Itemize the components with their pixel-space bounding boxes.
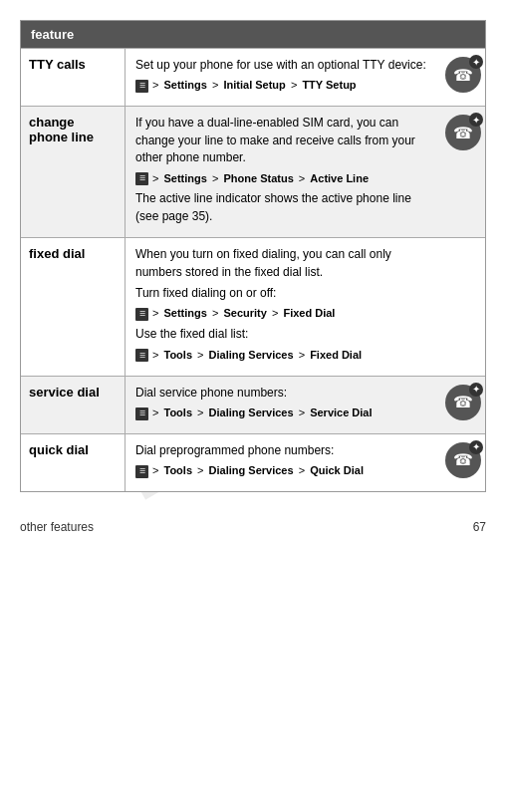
icon-cell-fixed-dial xyxy=(441,238,485,375)
fixed-dial-use: Use the fixed dial list: xyxy=(135,326,431,343)
fixed-dial-menu-path-2: ☰ > Tools > Dialing Services > Fixed Dia… xyxy=(135,348,431,364)
feature-cell-change-line: change phone line xyxy=(21,107,126,237)
description-cell-change-line: If you have a dual-line-enabled SIM card… xyxy=(126,107,441,237)
fixed-dial-turn-on: Turn fixed dialing on or off: xyxy=(135,285,431,302)
feature-label-fixed-dial: fixed dial xyxy=(29,246,85,261)
star-badge-service-dial: ✦ xyxy=(469,383,483,397)
menu-icon-change-line: ☰ xyxy=(135,172,148,185)
tty-path-text: > Settings > Initial Setup > TTY Setup xyxy=(150,78,357,94)
phone-icon-tty: ☎ ✦ xyxy=(445,57,481,93)
star-badge-tty: ✦ xyxy=(469,55,483,69)
feature-label-change-line: change phone line xyxy=(29,115,94,144)
fixed-dial-menu-path-1: ☰ > Settings > Security > Fixed Dial xyxy=(135,306,431,322)
fixed-dial-path-1-text: > Settings > Security > Fixed Dial xyxy=(150,306,335,322)
feature-label-quick-dial: quick dial xyxy=(29,442,89,457)
feature-table: feature TTY calls Set up your phone for … xyxy=(20,20,486,492)
header-label: feature xyxy=(31,27,74,42)
change-line-path-text: > Settings > Phone Status > Active Line xyxy=(150,171,369,187)
footer-page-number: 67 xyxy=(473,520,486,534)
fixed-dial-path-2-text: > Tools > Dialing Services > Fixed Dial xyxy=(150,348,362,364)
change-line-menu-path: ☰ > Settings > Phone Status > Active Lin… xyxy=(135,171,431,187)
feature-cell-quick-dial: quick dial xyxy=(21,434,126,491)
menu-icon-fixed-1: ☰ xyxy=(135,308,148,321)
feature-cell-service-dial: service dial xyxy=(21,377,126,433)
description-cell-fixed-dial: When you turn on fixed dialing, you can … xyxy=(126,238,441,375)
icon-cell-change-line: ☎ ✦ xyxy=(441,107,485,237)
table-row: quick dial Dial preprogrammed phone numb… xyxy=(21,433,485,491)
table-row: change phone line If you have a dual-lin… xyxy=(21,106,485,237)
icon-cell-service-dial: ☎ ✦ xyxy=(441,377,485,433)
phone-icon-change-line: ☎ ✦ xyxy=(445,115,481,150)
service-dial-desc: Dial service phone numbers: xyxy=(135,385,431,402)
service-dial-menu-path: ☰ > Tools > Dialing Services > Service D… xyxy=(135,406,431,421)
table-row: TTY calls Set up your phone for use with… xyxy=(21,48,485,106)
table-row: fixed dial When you turn on fixed dialin… xyxy=(21,237,485,375)
quick-dial-menu-path: ☰ > Tools > Dialing Services > Quick Dia… xyxy=(135,463,431,479)
fixed-dial-desc: When you turn on fixed dialing, you can … xyxy=(135,246,431,281)
menu-icon-quick: ☰ xyxy=(135,465,148,478)
tty-desc: Set up your phone for use with an option… xyxy=(135,57,431,74)
star-badge-change-line: ✦ xyxy=(469,113,483,127)
page-footer: other features 67 xyxy=(0,508,506,546)
phone-icon-quick-dial: ☎ ✦ xyxy=(445,442,481,478)
description-cell-quick-dial: Dial preprogrammed phone numbers: ☰ > To… xyxy=(126,434,441,491)
quick-dial-path-text: > Tools > Dialing Services > Quick Dial xyxy=(150,463,364,479)
icon-cell-quick-dial: ☎ ✦ xyxy=(441,434,485,491)
icon-cell-tty: ☎ ✦ xyxy=(441,49,485,106)
service-dial-path-text: > Tools > Dialing Services > Service Dia… xyxy=(150,406,373,421)
quick-dial-desc: Dial preprogrammed phone numbers: xyxy=(135,442,431,459)
feature-label-service-dial: service dial xyxy=(29,385,100,400)
tty-menu-path: ☰ > Settings > Initial Setup > TTY Setup xyxy=(135,78,431,94)
description-cell-tty: Set up your phone for use with an option… xyxy=(126,49,441,106)
feature-cell-fixed-dial: fixed dial xyxy=(21,238,126,375)
change-line-desc: If you have a dual-line-enabled SIM card… xyxy=(135,115,431,166)
description-cell-service-dial: Dial service phone numbers: ☰ > Tools > … xyxy=(126,377,441,433)
footer-left-text: other features xyxy=(20,520,94,534)
star-badge-quick-dial: ✦ xyxy=(469,440,483,454)
feature-label-tty: TTY calls xyxy=(29,57,86,72)
change-line-extra: The active line indicator shows the acti… xyxy=(135,190,431,225)
table-header: feature xyxy=(21,21,485,48)
table-row: service dial Dial service phone numbers:… xyxy=(21,376,485,433)
feature-cell-tty: TTY calls xyxy=(21,49,126,106)
menu-icon-service: ☰ xyxy=(135,407,148,420)
page-wrapper: DRAFT feature TTY calls Set up your phon… xyxy=(0,0,506,812)
phone-icon-service-dial: ☎ ✦ xyxy=(445,385,481,420)
menu-icon-tty: ☰ xyxy=(135,80,148,93)
menu-icon-fixed-2: ☰ xyxy=(135,349,148,362)
